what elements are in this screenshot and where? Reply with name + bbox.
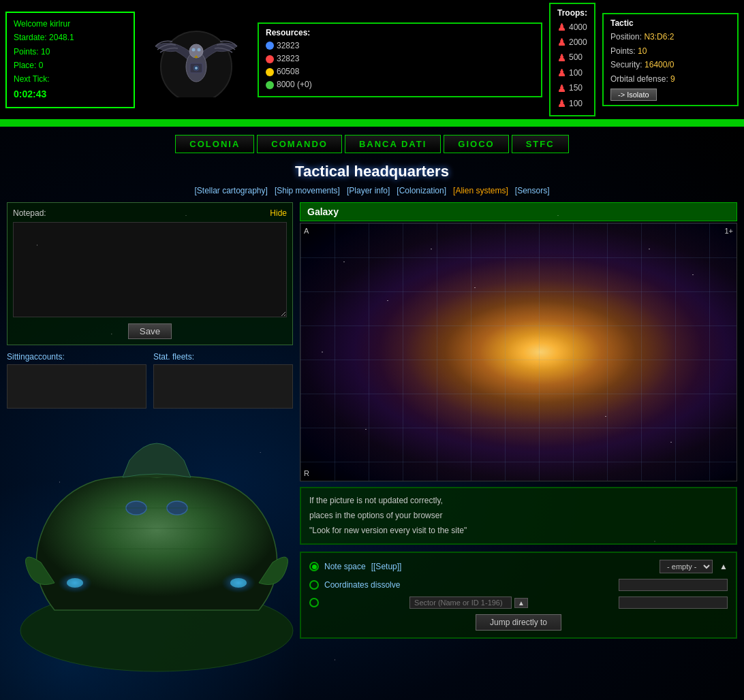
left-panel: Notepad: Hide Save Sittingaccounts: Stat… (7, 202, 293, 639)
tactic-orbital-label: Orbital defense: (610, 74, 668, 84)
troop-row-1: ♟ 4000 (557, 20, 587, 35)
troop-icon-5: ♟ (557, 81, 566, 96)
sitting-accounts-label[interactable]: Sittingaccounts: (7, 352, 146, 362)
res-val-1: 32823 (277, 39, 299, 52)
tactic-position-val: N3:D6:2 (644, 32, 674, 42)
stat-fleets-label[interactable]: Stat. fleets: (153, 352, 293, 362)
tactic-position-label: Position: (610, 32, 642, 42)
isolato-button[interactable]: -> Isolato (610, 89, 657, 101)
res-val-4: 8000 (+0) (277, 78, 312, 91)
notepad-textarea[interactable] (13, 222, 287, 317)
coordinates-radio[interactable] (309, 580, 319, 590)
coordinates-input[interactable] (619, 579, 728, 591)
timer-display: 0:02:43 (14, 86, 127, 103)
subnav-ship-movements[interactable]: [Ship movements] (275, 186, 340, 195)
troop-val-5: 150 (569, 82, 583, 95)
res-icon-2 (266, 55, 274, 63)
sitting-accounts-inner (7, 364, 146, 409)
page-title: Tactical headquarters (0, 163, 744, 180)
save-button[interactable]: Save (128, 323, 172, 339)
nav-gioco[interactable]: GIOCO (444, 135, 508, 153)
subnav-alien-systems[interactable]: [Alien systems] (453, 186, 508, 195)
info-line-1: If the picture is not updated correctly, (309, 494, 728, 509)
res-icon-1 (266, 42, 274, 50)
svg-point-4 (198, 48, 201, 51)
top-bar: Welcome kirlrur Stardate: 2048.1 Points:… (0, 0, 744, 121)
tactic-position-row: Position: N3:D6:2 (610, 30, 730, 44)
subnav-colonization[interactable]: [Colonization] (397, 186, 446, 195)
hide-link[interactable]: Hide (270, 208, 287, 218)
subnav-player-info[interactable]: [Player info] (347, 186, 390, 195)
sitting-accounts-box: Sittingaccounts: (7, 352, 146, 409)
res-row-2: 32823 (266, 52, 534, 65)
note-space-select[interactable]: - empty - (660, 560, 713, 573)
res-val-2: 32823 (277, 52, 299, 65)
nav-comando[interactable]: COMANDO (257, 135, 342, 153)
info-line-2: places in the options of your browser (309, 509, 728, 524)
welcome-text: Welcome kirlrur (14, 17, 127, 31)
troop-icon-3: ♟ (557, 50, 566, 65)
sector-row: ▲ (309, 596, 728, 609)
subnav-sensors[interactable]: [Sensors] (515, 186, 550, 195)
sector-value-input[interactable] (619, 596, 728, 609)
res-icon-3 (266, 68, 274, 76)
troop-val-4: 100 (569, 67, 583, 80)
troop-row-2: ♟ 2000 (557, 35, 587, 50)
sector-input-wrapper: ▲ (409, 596, 528, 609)
sub-nav: [Stellar cartography] [Ship movements] [… (0, 186, 744, 195)
nav-colonia[interactable]: COLONIA (175, 135, 254, 153)
troops-box: Troops: ♟ 4000 ♟ 2000 ♟ 500 ♟ 100 ♟ 150 … (549, 3, 595, 116)
sector-radio[interactable] (309, 598, 319, 607)
svg-point-3 (192, 48, 196, 51)
logo-area (142, 22, 251, 97)
troop-val-3: 500 (569, 51, 583, 64)
main-area: COLONIA COMANDO BANCA DATI GIOCO STFC Ta… (0, 127, 744, 700)
troop-row-3: ♟ 500 (557, 50, 587, 65)
troop-icon-4: ♟ (557, 65, 566, 80)
troop-row-6: ♟ 100 (557, 96, 587, 111)
place-text: Place: 0 (14, 59, 127, 72)
notepad-header: Notepad: Hide (13, 208, 287, 218)
res-row-1: 32823 (266, 39, 534, 52)
tactic-security-label: Security: (610, 60, 642, 69)
stat-fleets-box: Stat. fleets: (153, 352, 293, 409)
tactic-security-row: Security: 16400/0 (610, 58, 730, 71)
setup-link[interactable]: [[Setup]] (371, 562, 402, 571)
note-space-arrow[interactable]: ▲ (719, 562, 728, 571)
troop-row-5: ♟ 150 (557, 81, 587, 96)
note-space-radio[interactable] (309, 562, 319, 571)
res-val-3: 60508 (277, 65, 299, 78)
tactic-orbital-row: Orbital defense: 9 (610, 72, 730, 86)
sector-input[interactable] (409, 596, 512, 609)
note-area: Note space [[Setup]] - empty - ▲ Coordin… (300, 552, 737, 639)
troop-icon-6: ♟ (557, 96, 566, 111)
res-row-3: 60508 (266, 65, 534, 78)
jump-button[interactable]: Jump directly to (476, 614, 561, 631)
notepad-box: Notepad: Hide Save (7, 202, 293, 345)
troop-val-6: 100 (569, 97, 583, 110)
tactic-points-label: Points: (610, 46, 636, 56)
troop-val-2: 2000 (569, 36, 587, 49)
coordinates-label: Coordinates dissolve (324, 580, 400, 590)
next-tick-text: Next Tick: (14, 72, 127, 86)
tactic-points-row: Points: 10 (610, 44, 730, 58)
points-text: Points: 10 (14, 45, 127, 59)
subnav-stellar[interactable]: [Stellar cartography] (194, 186, 267, 195)
tactic-title: Tactic (610, 18, 730, 28)
tactic-orbital-val: 9 (670, 74, 675, 84)
galaxy-coord-a: A (304, 227, 309, 235)
troop-val-1: 4000 (569, 21, 587, 34)
nav-banca-dati[interactable]: BANCA DATI (345, 135, 441, 153)
notepad-label: Notepad: (13, 208, 46, 218)
galaxy-coord-num: 1+ (724, 227, 733, 235)
right-panel: Galaxy A R 1+ If the picture is not upda… (300, 202, 737, 639)
tactic-points-val: 10 (638, 46, 647, 56)
sector-stepper-up[interactable]: ▲ (514, 598, 528, 608)
galaxy-bar: Galaxy (300, 202, 737, 221)
galaxy-image: A R 1+ (300, 223, 737, 481)
nav-stfc[interactable]: STFC (512, 135, 569, 153)
galaxy-coord-r: R (304, 469, 309, 477)
stardate-text: Stardate: 2048.1 (14, 31, 127, 44)
note-space-label: Note space (324, 562, 366, 571)
note-space-row: Note space [[Setup]] - empty - ▲ (309, 560, 728, 573)
